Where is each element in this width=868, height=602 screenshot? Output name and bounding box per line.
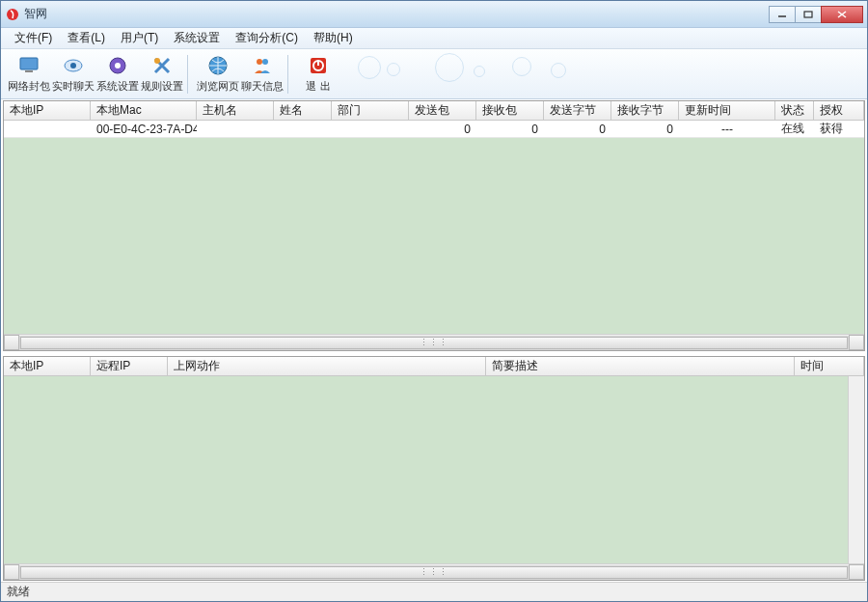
cell-name <box>274 128 332 130</box>
cell-hostname <box>197 128 274 130</box>
col-name[interactable]: 姓名 <box>274 101 332 120</box>
cell-local-ip <box>4 128 91 130</box>
monitor-icon <box>17 54 41 77</box>
menu-query[interactable]: 查询分析(C) <box>228 27 306 49</box>
col-recv-bytes[interactable]: 接收字节 <box>611 101 679 120</box>
col-status[interactable]: 状态 <box>775 101 814 120</box>
log-column-headers: 本地IP 远程IP 上网动作 简要描述 时间 <box>4 357 864 376</box>
svg-rect-5 <box>20 58 38 69</box>
cell-recv-bytes: 0 <box>611 122 679 137</box>
cell-status: 在线 <box>775 121 814 138</box>
realtime-chat-button[interactable]: 实时聊天 <box>51 52 95 96</box>
hosts-column-headers: 本地IP 本地Mac 主机名 姓名 部门 发送包 接收包 发送字节 接收字节 更… <box>4 101 864 121</box>
toolbar: 网络封包 实时聊天 系统设置 规则设置 浏览网页 聊天信息 退 出 <box>1 49 867 99</box>
system-settings-button[interactable]: 系统设置 <box>95 52 140 96</box>
col-dept[interactable]: 部门 <box>332 101 409 120</box>
col-auth[interactable]: 授权 <box>814 101 864 120</box>
log-grid-body[interactable] <box>4 376 864 563</box>
svg-point-13 <box>257 59 262 65</box>
app-icon <box>5 7 20 22</box>
app-window: 智网 文件(F) 查看(L) 用户(T) 系统设置 查询分析(C) 帮助(H) … <box>0 0 868 602</box>
status-text: 就绪 <box>7 584 30 600</box>
table-row[interactable]: 00-E0-4C-23-7A-D4 0 0 0 0 --- 在线 获得 <box>4 121 864 138</box>
statusbar: 就绪 <box>1 582 867 601</box>
net-block-button[interactable]: 网络封包 <box>7 52 51 96</box>
tool-label: 浏览网页 <box>197 79 239 94</box>
people-icon <box>251 54 274 77</box>
browse-web-button[interactable]: 浏览网页 <box>196 52 240 96</box>
tool-label: 实时聊天 <box>52 79 95 94</box>
tool-label: 规则设置 <box>141 79 183 94</box>
col-time[interactable]: 时间 <box>795 357 864 375</box>
cell-dept <box>332 128 409 130</box>
minimize-button[interactable] <box>769 6 796 23</box>
col-remote-ip[interactable]: 远程IP <box>91 357 168 375</box>
menubar: 文件(F) 查看(L) 用户(T) 系统设置 查询分析(C) 帮助(H) <box>1 28 867 49</box>
col-local-mac[interactable]: 本地Mac <box>91 101 197 120</box>
menu-view[interactable]: 查看(L) <box>60 27 113 49</box>
gear-icon <box>106 54 129 77</box>
titlebar[interactable]: 智网 <box>1 1 867 28</box>
menu-system-settings[interactable]: 系统设置 <box>166 27 228 49</box>
decorative-bubbles <box>348 51 637 90</box>
content-area: 本地IP 本地Mac 主机名 姓名 部门 发送包 接收包 发送字节 接收字节 更… <box>1 99 867 582</box>
power-icon <box>307 54 330 77</box>
exit-button[interactable]: 退 出 <box>296 52 340 96</box>
col-hostname[interactable]: 主机名 <box>197 101 274 120</box>
eye-icon <box>62 54 85 77</box>
svg-point-14 <box>262 59 268 65</box>
col-local-ip[interactable]: 本地IP <box>4 101 91 120</box>
maximize-button[interactable] <box>795 6 822 23</box>
cell-recv-pkt: 0 <box>476 122 544 137</box>
menu-help[interactable]: 帮助(H) <box>306 27 361 49</box>
log-pane: 本地IP 远程IP 上网动作 简要描述 时间 ⋮⋮⋮ <box>3 356 865 581</box>
col-local-ip[interactable]: 本地IP <box>4 357 91 375</box>
col-action[interactable]: 上网动作 <box>168 357 486 375</box>
svg-point-11 <box>154 58 160 64</box>
tools-icon <box>150 54 174 77</box>
svg-rect-2 <box>804 12 812 17</box>
tool-label: 退 出 <box>306 79 330 94</box>
cell-local-mac: 00-E0-4C-23-7A-D4 <box>91 122 197 137</box>
hosts-pane: 本地IP 本地Mac 主机名 姓名 部门 发送包 接收包 发送字节 接收字节 更… <box>3 100 865 351</box>
chat-info-button[interactable]: 聊天信息 <box>240 52 285 96</box>
toolbar-separator <box>187 55 193 94</box>
toolbar-separator <box>287 55 293 94</box>
window-controls <box>769 6 863 23</box>
log-hscrollbar[interactable]: ⋮⋮⋮ <box>4 563 864 580</box>
cell-send-pkt: 0 <box>409 122 476 137</box>
svg-rect-6 <box>25 70 33 72</box>
hosts-grid-body[interactable]: 00-E0-4C-23-7A-D4 0 0 0 0 --- 在线 获得 <box>4 121 864 334</box>
tool-label: 系统设置 <box>96 79 139 94</box>
menu-user[interactable]: 用户(T) <box>113 27 166 49</box>
svg-point-10 <box>115 63 121 68</box>
hosts-hscrollbar[interactable]: ⋮⋮⋮ <box>4 334 864 350</box>
cell-send-bytes: 0 <box>544 122 611 137</box>
window-title: 智网 <box>24 6 769 22</box>
tool-label: 聊天信息 <box>241 79 284 94</box>
globe-icon <box>206 54 230 77</box>
col-recv-pkt[interactable]: 接收包 <box>476 101 544 120</box>
tool-label: 网络封包 <box>8 79 50 94</box>
log-vscrollbar[interactable] <box>848 376 864 563</box>
col-updated[interactable]: 更新时间 <box>679 101 775 120</box>
svg-point-8 <box>70 63 76 68</box>
col-send-bytes[interactable]: 发送字节 <box>544 101 611 120</box>
menu-file[interactable]: 文件(F) <box>7 27 60 49</box>
rule-settings-button[interactable]: 规则设置 <box>140 52 184 96</box>
col-desc[interactable]: 简要描述 <box>486 357 795 375</box>
close-button[interactable] <box>821 6 863 23</box>
cell-auth: 获得 <box>814 121 864 138</box>
cell-updated: --- <box>679 122 775 137</box>
col-send-pkt[interactable]: 发送包 <box>409 101 476 120</box>
